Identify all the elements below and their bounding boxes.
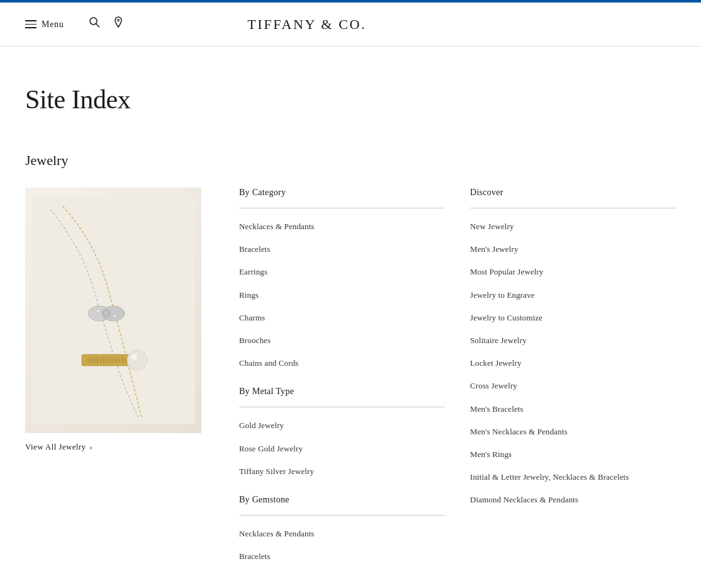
- hamburger-icon: [25, 20, 36, 28]
- by-category-divider: [239, 208, 445, 208]
- by-category-header: By Category: [239, 188, 445, 198]
- main-content: Site Index Jewelry: [0, 47, 701, 588]
- location-icon: [112, 16, 125, 28]
- menu-label: Menu: [42, 20, 64, 30]
- by-gemstone-header: By Gemstone: [239, 495, 445, 505]
- jewelry-section-title: Jewelry: [25, 152, 676, 169]
- link-rings[interactable]: Rings: [239, 290, 445, 301]
- search-icon: [88, 16, 101, 28]
- logo: TIFFANY & CO.: [247, 16, 366, 33]
- by-metal-type-divider: [239, 407, 445, 407]
- link-initial-letter-jewelry[interactable]: Initial & Letter Jewelry, Necklaces & Br…: [470, 472, 676, 483]
- link-mens-rings[interactable]: Men's Rings: [470, 449, 676, 460]
- link-locket-jewelry[interactable]: Locket Jewelry: [470, 358, 676, 369]
- link-most-popular-jewelry[interactable]: Most Popular Jewelry: [470, 266, 676, 278]
- arrow-icon: ›: [89, 443, 92, 452]
- link-mens-jewelry[interactable]: Men's Jewelry: [470, 244, 676, 255]
- link-charms[interactable]: Charms: [239, 312, 445, 324]
- svg-point-7: [98, 310, 99, 312]
- svg-point-8: [114, 315, 116, 317]
- link-brooches[interactable]: Brooches: [239, 335, 445, 346]
- link-gemstone-necklaces[interactable]: Necklaces & Pendants: [239, 528, 445, 540]
- discover-header: Discover: [470, 188, 676, 198]
- link-chains-cords[interactable]: Chains and Cords: [239, 358, 445, 369]
- menu-button[interactable]: Menu: [25, 20, 64, 30]
- link-gold-jewelry[interactable]: Gold Jewelry: [239, 420, 445, 431]
- header: Menu TIFFANY & CO.: [0, 3, 701, 47]
- svg-line-1: [96, 24, 100, 28]
- location-button[interactable]: [112, 16, 125, 28]
- image-column: View All Jewelry ›: [25, 188, 201, 574]
- link-cross-jewelry[interactable]: Cross Jewelry: [470, 380, 676, 392]
- jewelry-section: Jewelry: [25, 152, 676, 574]
- link-mens-necklaces[interactable]: Men's Necklaces & Pendants: [470, 426, 676, 438]
- svg-point-9: [105, 312, 106, 313]
- link-earrings[interactable]: Earrings: [239, 266, 445, 278]
- by-gemstone-divider: [239, 515, 445, 516]
- search-button[interactable]: [88, 16, 101, 28]
- link-bracelets[interactable]: Bracelets: [239, 244, 445, 255]
- link-rose-gold-jewelry[interactable]: Rose Gold Jewelry: [239, 443, 445, 455]
- svg-point-2: [118, 20, 120, 21]
- link-mens-bracelets[interactable]: Men's Bracelets: [470, 404, 676, 415]
- link-tiffany-silver-jewelry[interactable]: Tiffany Silver Jewelry: [239, 466, 445, 477]
- view-all-jewelry-link[interactable]: View All Jewelry ›: [25, 442, 201, 452]
- link-new-jewelry[interactable]: New Jewelry: [470, 221, 676, 232]
- link-diamond-necklaces[interactable]: Diamond Necklaces & Pendants: [470, 494, 676, 506]
- link-jewelry-to-engrave[interactable]: Jewelry to Engrave: [470, 290, 676, 301]
- discover-column: Discover New Jewelry Men's Jewelry Most …: [470, 188, 676, 574]
- svg-point-0: [90, 18, 97, 25]
- discover-divider: [470, 208, 676, 208]
- svg-point-24: [127, 350, 147, 370]
- jewelry-image: [25, 188, 201, 433]
- by-metal-type-header: By Metal Type: [239, 387, 445, 397]
- link-gemstone-bracelets[interactable]: Bracelets: [239, 551, 445, 562]
- link-necklaces-pendants[interactable]: Necklaces & Pendants: [239, 221, 445, 232]
- link-jewelry-to-customize[interactable]: Jewelry to Customize: [470, 312, 676, 324]
- svg-point-6: [103, 310, 110, 317]
- page-title: Site Index: [25, 84, 676, 115]
- link-solitaire-jewelry[interactable]: Solitaire Jewelry: [470, 335, 676, 346]
- svg-point-25: [131, 354, 137, 360]
- by-category-column: By Category Necklaces & Pendants Bracele…: [239, 188, 470, 574]
